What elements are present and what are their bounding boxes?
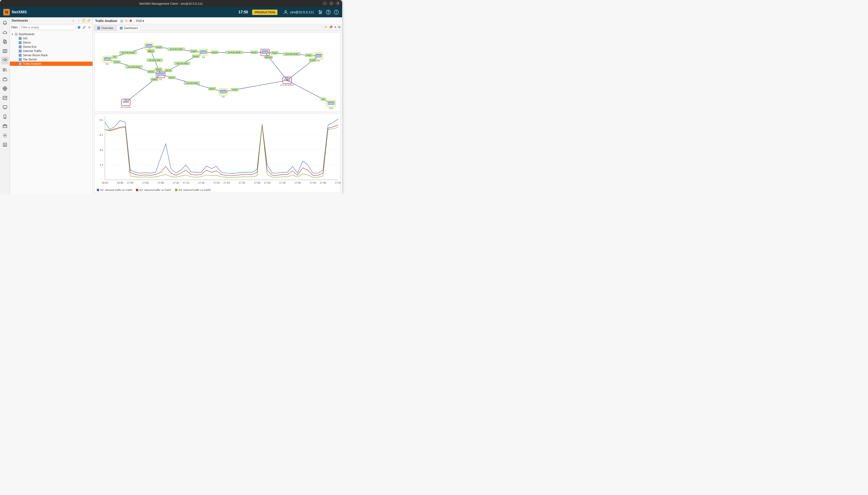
svg-text:2 k: 2 k bbox=[100, 163, 103, 166]
svg-text:17:23: 17:23 bbox=[223, 181, 229, 184]
app-logo: N NetXMS bbox=[3, 9, 27, 15]
legend-item: R2: Inbound traffic on Fa0/1 bbox=[136, 189, 171, 191]
tree-item[interactable]: Tile Server bbox=[10, 57, 92, 62]
dashboard-icon bbox=[19, 54, 21, 57]
tree-item[interactable]: AIX bbox=[10, 36, 92, 40]
window-maximize-button[interactable]: ▢ bbox=[329, 1, 334, 6]
svg-text:16:53: 16:53 bbox=[102, 181, 108, 184]
svg-text:Fa0/1: Fa0/1 bbox=[272, 52, 277, 54]
node-SW1[interactable]: SW1 bbox=[327, 100, 336, 109]
link-icon[interactable] bbox=[87, 19, 91, 22]
settings-sliders-icon[interactable] bbox=[318, 10, 323, 15]
filter-close-icon[interactable] bbox=[87, 25, 91, 29]
traffic-chart-panel: 2 k4 k6 k8 k16:5316:5617:0017:0317:0617:… bbox=[94, 114, 341, 193]
network-map[interactable]: 10.5.90.32/30Vl110.5.90.12/30Fa1/0Fa0/01… bbox=[95, 33, 340, 112]
svg-point-16 bbox=[5, 118, 5, 118]
window-minimize-button[interactable]: — bbox=[322, 1, 327, 6]
delete-icon[interactable]: ✖ bbox=[129, 19, 132, 23]
nav-library[interactable] bbox=[1, 66, 9, 73]
nav-export[interactable] bbox=[1, 141, 9, 149]
nav-alarms[interactable] bbox=[1, 19, 9, 27]
copy-icon[interactable]: ⧉ bbox=[125, 19, 127, 23]
nav-tools[interactable] bbox=[1, 122, 9, 130]
back-arrow-icon[interactable] bbox=[71, 19, 75, 22]
tree-item[interactable]: Demo bbox=[10, 40, 92, 45]
chart-legend: R1: Inbound traffic on Fa0/0R2: Inbound … bbox=[95, 187, 340, 193]
nav-mobile[interactable] bbox=[1, 113, 9, 120]
tree-root[interactable]: ▼ Dashboards bbox=[10, 32, 92, 36]
filter-input[interactable] bbox=[20, 25, 76, 30]
svg-rect-100 bbox=[146, 45, 152, 48]
filter-clear-icon[interactable] bbox=[82, 25, 86, 29]
svg-text:R5: R5 bbox=[263, 56, 266, 58]
os-titlebar: NetXMS Management Client - zev@10.5.5.11… bbox=[0, 0, 342, 7]
forward-arrow-icon[interactable] bbox=[76, 19, 80, 22]
poll-dropdown[interactable]: Poll ▾ bbox=[136, 19, 144, 23]
svg-text:Vl1: Vl1 bbox=[322, 98, 325, 101]
panel-title: Dashboards bbox=[12, 19, 28, 22]
nav-monitor[interactable] bbox=[1, 104, 9, 111]
filter-label: Filter: bbox=[11, 26, 18, 29]
node-R3[interactable]: R3 bbox=[199, 49, 208, 58]
view-title: Trafic Analizer bbox=[95, 19, 117, 23]
nav-files[interactable] bbox=[1, 38, 9, 46]
legend-item: R1: Inbound traffic on Fa0/0 bbox=[97, 189, 132, 191]
svg-text:10.5.90.24/30: 10.5.90.24/30 bbox=[286, 53, 298, 55]
svg-rect-109 bbox=[262, 50, 268, 51]
svg-text:10.5.90.32/30: 10.5.90.32/30 bbox=[122, 52, 135, 54]
tree-item[interactable]: Home Env bbox=[10, 45, 92, 49]
node-N1[interactable]: 10.5.9.0/24 bbox=[120, 99, 131, 108]
user-account[interactable]: zev@10.5.5.111 bbox=[283, 10, 314, 15]
edit-layout-icon[interactable]: ▥ bbox=[120, 19, 123, 23]
svg-text:6 k: 6 k bbox=[100, 133, 103, 136]
svg-rect-22 bbox=[15, 33, 16, 34]
legend-label: R3: Inbound traffic on Fa0/0 bbox=[178, 189, 210, 191]
tree-item-label: Trafic Analizer bbox=[23, 62, 41, 65]
product-name: NetXMS bbox=[12, 10, 27, 15]
svg-text:17:30: 17:30 bbox=[254, 181, 260, 184]
info-icon[interactable] bbox=[334, 10, 339, 15]
svg-text:17:13: 17:13 bbox=[183, 181, 189, 184]
filter-info-icon[interactable]: i bbox=[77, 25, 81, 29]
network-map-panel[interactable]: 10.5.90.32/30Vl110.5.90.12/30Fa1/0Fa0/01… bbox=[94, 32, 341, 112]
nav-dashboard[interactable] bbox=[1, 57, 9, 64]
legend-item: R3: Inbound traffic on Fa0/0 bbox=[175, 189, 210, 191]
window-close-button[interactable]: ✕ bbox=[336, 1, 340, 6]
nav-globe[interactable] bbox=[1, 85, 9, 92]
nav-graph[interactable] bbox=[1, 94, 9, 102]
node-R9[interactable]: R9 bbox=[103, 56, 112, 66]
tab-dashboard[interactable]: Dashboard bbox=[117, 25, 141, 31]
nav-business[interactable] bbox=[1, 75, 9, 83]
tree-item-label: Tile Server bbox=[23, 58, 37, 61]
svg-text:17:03: 17:03 bbox=[142, 181, 149, 184]
svg-rect-24 bbox=[15, 34, 16, 36]
svg-rect-116 bbox=[157, 73, 164, 76]
traffic-line-chart[interactable]: 2 k4 k6 k8 k16:5316:5617:0017:0317:0617:… bbox=[95, 114, 340, 187]
nav-maps[interactable] bbox=[1, 47, 9, 55]
nav-cloud[interactable] bbox=[1, 29, 9, 36]
pin-icon[interactable]: 📌 bbox=[329, 25, 333, 29]
svg-rect-105 bbox=[200, 50, 207, 51]
tree-item[interactable]: Trafic Analizer bbox=[10, 62, 92, 66]
svg-rect-8 bbox=[3, 40, 5, 43]
tree-item[interactable]: Server Room Rack bbox=[10, 53, 92, 57]
dashboard-icon bbox=[19, 37, 21, 40]
svg-text:17:50: 17:50 bbox=[335, 181, 340, 184]
tree-item-label: Demo bbox=[23, 41, 31, 44]
svg-text:10.5.9.0/24: 10.5.9.0/24 bbox=[120, 106, 131, 108]
svg-text:Se1/1: Se1/1 bbox=[209, 88, 215, 90]
svg-rect-117 bbox=[157, 72, 164, 73]
help-icon[interactable] bbox=[326, 10, 331, 15]
refresh-icon[interactable]: ⟳ bbox=[325, 25, 327, 29]
svg-rect-121 bbox=[220, 90, 227, 91]
nav-settings-gear[interactable] bbox=[1, 132, 9, 139]
svg-text:Fa0/0: Fa0/0 bbox=[267, 56, 272, 58]
svg-rect-120 bbox=[220, 90, 227, 93]
popout-icon[interactable]: ⧉ bbox=[338, 25, 340, 29]
filter-icon[interactable] bbox=[82, 19, 86, 22]
node-N2[interactable]: 10.5.90.224/27 bbox=[280, 77, 294, 86]
node-R4[interactable]: R4 bbox=[219, 88, 228, 98]
menu-caret-icon[interactable]: ▾ bbox=[335, 25, 336, 29]
tree-item[interactable]: Internet Traffic bbox=[10, 49, 92, 53]
tab-overview[interactable]: Overview bbox=[94, 25, 116, 31]
